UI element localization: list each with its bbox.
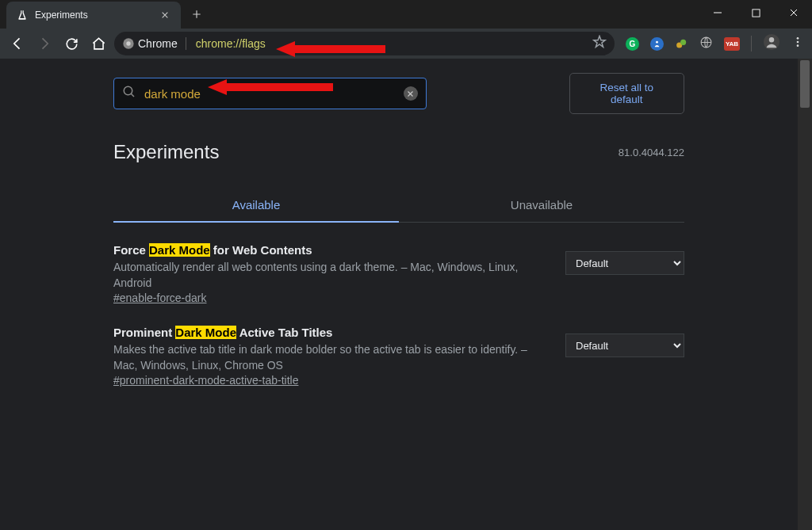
address-bar[interactable]: Chrome chrome://flags [114,32,615,55]
scrollbar-thumb[interactable] [800,60,810,108]
menu-icon[interactable] [791,36,804,51]
omnibox-label: Chrome [138,37,186,50]
browser-tab[interactable]: Experiments [6,2,181,29]
profile-icon[interactable] [763,33,780,54]
globe-icon[interactable] [699,36,713,52]
svg-point-8 [769,37,774,42]
extension-icon[interactable] [650,37,664,51]
page-title: Experiments [113,141,219,163]
flag-item: Prominent Dark Mode Active Tab Titles Ma… [113,305,684,387]
back-button[interactable] [6,32,29,55]
version-text: 81.0.4044.122 [619,147,684,158]
extension-icons: G YAB [619,33,804,54]
search-input[interactable] [144,87,396,101]
extension-icon[interactable]: G [626,37,639,51]
reload-button[interactable] [60,32,82,55]
flag-description: Makes the active tab title in dark mode … [113,342,542,373]
svg-point-2 [126,41,130,45]
flask-icon [16,9,29,21]
close-icon[interactable] [159,9,171,21]
svg-point-12 [124,86,132,95]
window-close-button[interactable] [776,0,812,25]
forward-button[interactable] [33,32,56,55]
svg-point-11 [797,44,799,47]
new-tab-button[interactable] [186,3,208,25]
chrome-icon [122,37,135,50]
flag-anchor-link[interactable]: #prominent-dark-mode-active-tab-title [113,374,298,387]
search-box[interactable] [113,78,427,109]
svg-point-3 [656,40,658,43]
page-body: Reset all to default Experiments 81.0.40… [0,59,798,530]
page-tabs: Available Unavailable [113,189,684,223]
scrollbar[interactable] [798,59,812,530]
flag-select[interactable]: Default [565,334,684,357]
omnibox-url: chrome://flags [196,37,266,50]
svg-point-9 [797,37,799,40]
tab-available[interactable]: Available [113,189,399,223]
flag-select[interactable]: Default [565,251,684,275]
divider [751,36,752,51]
svg-point-10 [797,41,799,44]
tab-strip: Experiments [0,0,812,29]
window-maximize-button[interactable] [737,0,774,25]
flag-title: Force Dark Mode for Web Contents [113,243,542,257]
reset-button[interactable]: Reset all to default [569,73,684,114]
extension-icon[interactable]: YAB [724,37,740,51]
window-minimize-button[interactable] [699,0,736,25]
flag-item: Force Dark Mode for Web Contents Automat… [113,223,684,305]
flag-anchor-link[interactable]: #enable-force-dark [113,292,207,304]
extension-icon[interactable] [675,37,688,51]
flag-description: Automatically render all web contents us… [113,260,542,291]
home-button[interactable] [87,32,109,55]
viewport: Reset all to default Experiments 81.0.40… [0,59,812,530]
clear-icon[interactable] [404,86,418,101]
tab-title: Experiments [35,10,152,21]
svg-point-5 [680,39,686,44]
bookmark-icon[interactable] [592,35,607,52]
flag-title: Prominent Dark Mode Active Tab Titles [113,326,542,339]
tab-unavailable[interactable]: Unavailable [399,189,684,222]
svg-rect-0 [752,9,759,16]
search-icon [122,85,136,102]
toolbar: Chrome chrome://flags G YAB [0,29,812,59]
